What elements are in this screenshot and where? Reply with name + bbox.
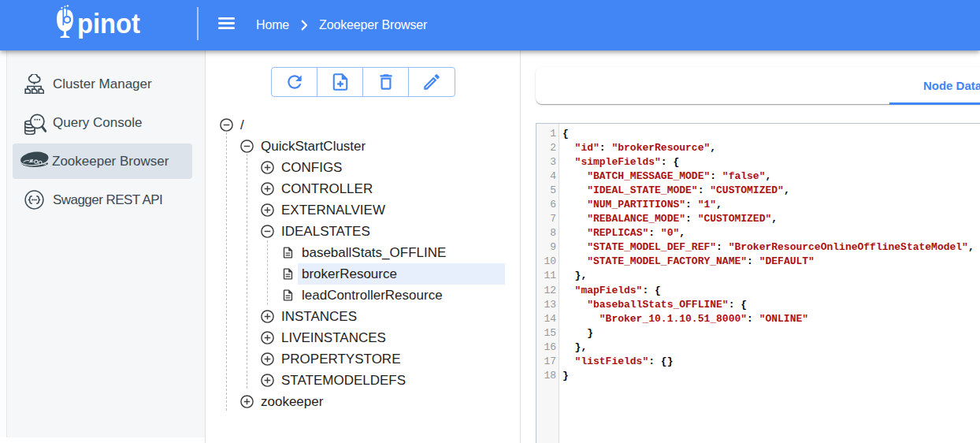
svg-text:pinot: pinot <box>77 8 140 39</box>
